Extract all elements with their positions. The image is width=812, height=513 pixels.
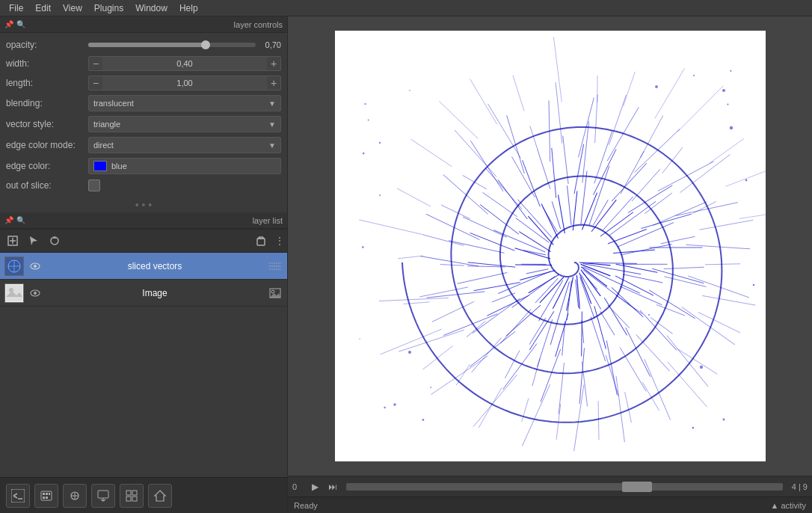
svg-point-270	[362, 246, 364, 248]
svg-line-95	[640, 310, 677, 351]
svg-point-272	[359, 338, 360, 339]
canvas-container[interactable]	[288, 16, 812, 476]
svg-rect-35	[43, 497, 45, 499]
timeline-scrubber[interactable]	[346, 483, 783, 491]
layer-item-sliced-vectors[interactable]: sliced vectors	[0, 253, 287, 280]
transform-layer-button[interactable]	[45, 231, 64, 251]
width-control: − 0,40 +	[88, 56, 281, 71]
svg-line-79	[487, 295, 529, 316]
opacity-slider[interactable]	[88, 38, 256, 52]
length-row: length: − 1,00 +	[0, 73, 287, 93]
length-plus-button[interactable]: +	[267, 76, 280, 90]
svg-line-172	[467, 266, 505, 267]
layer-list-pin-icon[interactable]: 📌	[4, 216, 13, 224]
svg-line-149	[567, 185, 571, 224]
edge-color-mode-value: direct	[93, 141, 114, 150]
activity-button[interactable]: ▲ activity	[770, 501, 806, 510]
vector-style-label: vector style:	[6, 119, 88, 129]
menu-help[interactable]: Help	[173, 1, 204, 15]
svg-line-102	[443, 314, 497, 336]
menu-file[interactable]: File	[3, 1, 29, 15]
new-layer-button[interactable]	[3, 231, 22, 251]
svg-point-269	[422, 419, 424, 421]
layer-more-button[interactable]: ⋮	[275, 236, 284, 246]
activity-arrow-icon: ▲	[770, 501, 781, 510]
layer-thumb-image	[4, 283, 24, 303]
svg-point-265	[362, 153, 364, 155]
svg-line-80	[473, 283, 520, 291]
svg-line-203	[423, 235, 464, 245]
svg-line-63	[558, 195, 565, 234]
export-button[interactable]	[91, 484, 115, 508]
svg-line-83	[480, 205, 519, 235]
svg-line-236	[439, 101, 478, 138]
svg-line-180	[582, 121, 588, 182]
home-button[interactable]	[148, 484, 172, 508]
svg-line-152	[593, 200, 608, 225]
svg-line-183	[632, 169, 660, 201]
edge-color-picker[interactable]: blue	[88, 158, 281, 174]
timeline-handle[interactable]	[622, 482, 652, 492]
filmstrip-button[interactable]	[34, 484, 58, 508]
svg-point-267	[367, 120, 369, 121]
length-minus-button[interactable]: −	[89, 76, 102, 90]
svg-line-237	[470, 79, 496, 125]
vector-style-dropdown[interactable]: triangle ▼	[88, 116, 281, 132]
terminal-button[interactable]	[6, 484, 30, 508]
svg-line-29	[13, 496, 17, 498]
svg-line-115	[686, 245, 750, 249]
width-plus-button[interactable]: +	[267, 57, 280, 70]
menu-view[interactable]: View	[57, 1, 88, 15]
svg-line-150	[580, 171, 586, 224]
svg-rect-27	[11, 489, 25, 503]
width-label: width:	[6, 58, 88, 69]
svg-point-249	[722, 89, 725, 92]
layer-eye-image[interactable]	[28, 286, 42, 300]
menu-plugins[interactable]: Plugins	[88, 1, 129, 15]
svg-line-51	[579, 273, 591, 304]
grid-button[interactable]	[120, 484, 144, 508]
end-button[interactable]: ⏭	[325, 479, 340, 494]
svg-line-204	[440, 205, 470, 219]
select-layer-button[interactable]	[24, 231, 43, 251]
svg-line-196	[532, 359, 539, 386]
shapes-button[interactable]	[63, 484, 87, 508]
edge-color-input: blue	[88, 158, 281, 174]
svg-rect-6	[257, 239, 265, 245]
svg-line-211	[609, 95, 626, 145]
svg-point-254	[699, 366, 702, 369]
play-button[interactable]: ▶	[307, 479, 322, 494]
out-of-slice-checkbox[interactable]	[88, 179, 100, 191]
status-bar: Ready ▲ activity	[288, 497, 812, 513]
pin-icon[interactable]: 📌	[4, 20, 13, 28]
layer-thumb-sliced	[4, 256, 24, 276]
svg-rect-44	[126, 497, 131, 501]
svg-line-191	[636, 335, 669, 372]
search-icon[interactable]: 🔍	[16, 20, 25, 28]
width-row: width: − 0,40 +	[0, 54, 287, 73]
layer-item-image[interactable]: Image	[0, 280, 287, 307]
svg-line-100	[502, 344, 536, 390]
svg-line-167	[529, 318, 546, 345]
svg-line-210	[594, 94, 597, 143]
left-panel: 📌 🔍 layer controls opacity: 0,70	[0, 16, 288, 513]
timeline-pages: 4 | 9	[792, 482, 808, 491]
delete-layer-button[interactable]	[251, 231, 271, 251]
blending-dropdown-arrow: ▼	[268, 99, 276, 108]
layer-list-search-icon[interactable]: 🔍	[16, 216, 25, 224]
layer-eye-sliced[interactable]	[28, 259, 42, 273]
blending-dropdown[interactable]: translucent ▼	[88, 95, 281, 111]
svg-line-118	[666, 336, 707, 387]
svg-line-245	[725, 168, 766, 187]
menu-window[interactable]: Window	[129, 1, 173, 15]
svg-marker-26	[270, 293, 280, 298]
edge-color-mode-dropdown[interactable]: direct ▼	[88, 137, 281, 153]
svg-line-171	[457, 273, 507, 284]
menu-edit[interactable]: Edit	[29, 1, 57, 15]
layer-list-header: 📌 🔍 layer list	[0, 212, 287, 229]
blending-label: blending:	[6, 98, 88, 108]
svg-line-113	[657, 162, 713, 191]
svg-line-184	[645, 193, 672, 214]
svg-line-121	[573, 385, 583, 452]
width-minus-button[interactable]: −	[89, 57, 102, 70]
